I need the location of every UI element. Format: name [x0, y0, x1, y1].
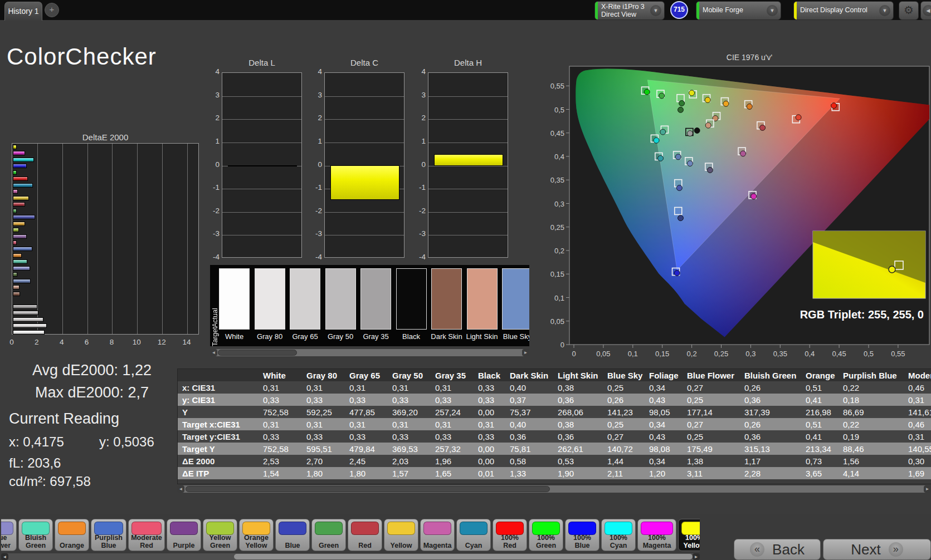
column-header: White — [259, 369, 302, 381]
column-header — [178, 369, 259, 381]
pattern-button-100-green[interactable]: 100%Green — [529, 519, 563, 551]
max-de2000-stat: Max dE2000: 2,7 — [11, 384, 173, 401]
scroll-left-icon[interactable]: ◄ — [1, 553, 8, 560]
de-bar — [13, 304, 37, 309]
table-cell: 1,80 — [345, 467, 388, 479]
gridline — [137, 144, 138, 334]
pattern-button-magenta[interactable]: Magenta — [420, 519, 455, 551]
table-cell: 0,43 — [645, 394, 683, 406]
table-cell: 257,32 — [431, 443, 474, 455]
table-cell: 0,33 — [474, 381, 505, 394]
scroll-left-icon[interactable]: ◄ — [177, 485, 184, 493]
y-tick-label: 1 — [206, 137, 220, 145]
pattern-button-purplish-blue[interactable]: PurplishBlue — [91, 519, 126, 551]
table-cell: 369,20 — [388, 406, 431, 418]
de-bar — [13, 196, 29, 200]
pattern-button-label: BluishGreen — [20, 534, 51, 549]
column-header: Dark Skin — [505, 369, 553, 381]
table-cell: 0,27 — [683, 381, 740, 394]
table-cell: 4,14 — [839, 467, 904, 479]
measured-marker — [677, 215, 683, 221]
pattern-button-label: PurplishBlue — [92, 534, 125, 549]
pattern-button-cyan[interactable]: Cyan — [456, 519, 491, 551]
column-header: Purplish Blue — [839, 369, 904, 381]
delta-chart-title: Delta C — [324, 58, 404, 67]
scroll-right-icon[interactable]: ► — [924, 485, 931, 493]
pattern-bar-scrollbar[interactable]: ◄ ► — [1, 553, 700, 560]
pattern-button-yellow-green[interactable]: YellowGreen — [203, 519, 237, 551]
pattern-button-100-yellow[interactable]: 100%Yellow — [678, 519, 700, 551]
pattern-button-label: Red — [349, 542, 381, 550]
column-header: Gray 65 — [345, 369, 388, 381]
pattern-swatch — [315, 522, 343, 535]
de-bar — [13, 240, 17, 245]
column-header: Gray 80 — [302, 369, 345, 381]
display-control-dropdown[interactable]: Direct Display Control ▼ — [793, 1, 894, 20]
next-button[interactable]: Next » — [823, 539, 931, 560]
scrollbar-thumb[interactable] — [218, 350, 297, 356]
reading-cdm2-value: cd/m²: 697,58 — [9, 474, 91, 489]
pattern-button-moderate-red[interactable]: ModerateRed — [128, 519, 165, 551]
y-tick-label: 0,45 — [550, 129, 564, 137]
y-tick-label: 0 — [560, 341, 564, 349]
pattern-button-label: Yellow — [386, 542, 417, 550]
row-label: Y — [178, 406, 259, 418]
de-bar — [13, 266, 30, 271]
pattern-button-purple[interactable]: Purple — [167, 519, 201, 551]
pattern-button-label: ModerateRed — [130, 534, 163, 549]
pattern-button-green[interactable]: Green — [311, 519, 346, 551]
add-tab-button[interactable]: + — [45, 3, 59, 17]
scrollbar-thumb[interactable] — [234, 554, 693, 559]
table-cell: 86,69 — [839, 406, 904, 418]
de-bar — [13, 145, 17, 149]
table-cell: 1,44 — [603, 455, 645, 467]
table-cell: 177,14 — [683, 406, 740, 418]
pattern-button-orange[interactable]: Orange — [55, 519, 89, 551]
patch-strip-scrollbar[interactable]: ◄ ► — [210, 349, 529, 356]
pattern-button-100-blue[interactable]: 100% Blue — [565, 519, 599, 551]
collapse-toolbar-button[interactable]: ◀ — [920, 1, 931, 20]
top-bar: History 1 + X-Rite i1Pro 3 Direct View ▼… — [0, 0, 931, 20]
pattern-button-blue[interactable]: Blue — [275, 519, 310, 551]
de-bar — [13, 189, 18, 194]
pattern-button-blue-flower[interactable]: BlueFlower — [1, 519, 17, 551]
pattern-button-label: 100%Green — [530, 534, 562, 549]
pattern-button-label: 100%Yellow — [680, 534, 700, 549]
gridline — [222, 96, 301, 97]
pattern-button-yellow[interactable]: Yellow — [384, 519, 418, 551]
pattern-button-100-magenta[interactable]: 100%Magenta — [637, 519, 676, 551]
table-cell: 2,70 — [302, 455, 345, 467]
scroll-right-icon[interactable]: ► — [522, 349, 529, 356]
scroll-left-icon[interactable]: ◄ — [210, 349, 217, 356]
measured-marker — [751, 194, 757, 199]
tab-history-1[interactable]: History 1 — [4, 2, 42, 21]
pattern-swatch — [94, 522, 123, 535]
gridline — [325, 143, 404, 143]
gridline — [37, 144, 38, 334]
pattern-source-dropdown[interactable]: Mobile Forge ▼ — [696, 1, 781, 20]
table-scrollbar[interactable]: ◄ ► — [177, 485, 931, 493]
pattern-button-red[interactable]: Red — [348, 519, 382, 551]
y-tick-label: 4 — [412, 67, 426, 76]
measured-marker — [679, 101, 685, 106]
pattern-button-100-red[interactable]: 100% Red — [493, 519, 527, 551]
gridline — [428, 143, 508, 143]
table-cell: 0,31 — [345, 418, 388, 430]
pattern-button-bluish-green[interactable]: BluishGreen — [18, 519, 53, 551]
column-header: Bluish Green — [740, 369, 801, 381]
table-cell: 0,31 — [259, 418, 302, 430]
table-cell: 0,33 — [345, 430, 388, 443]
scrollbar-thumb[interactable] — [186, 486, 550, 492]
meter-dropdown[interactable]: X-Rite i1Pro 3 Direct View ▼ — [594, 1, 665, 20]
pattern-swatch — [387, 522, 415, 535]
scroll-right-icon[interactable]: ► — [693, 553, 700, 560]
back-button[interactable]: « Back — [734, 539, 821, 560]
x-tick-label: 0,4 — [805, 350, 815, 358]
pattern-button-label: Green — [313, 542, 344, 550]
settings-button[interactable]: ⚙ — [899, 1, 919, 20]
x-tick-label: 0,15 — [655, 350, 669, 358]
pattern-button-orange-yellow[interactable]: OrangeYellow — [239, 519, 274, 551]
pattern-button-100-cyan[interactable]: 100% Cyan — [601, 519, 636, 551]
meter-count-badge: 715 — [670, 1, 688, 19]
de-bar — [13, 330, 45, 335]
